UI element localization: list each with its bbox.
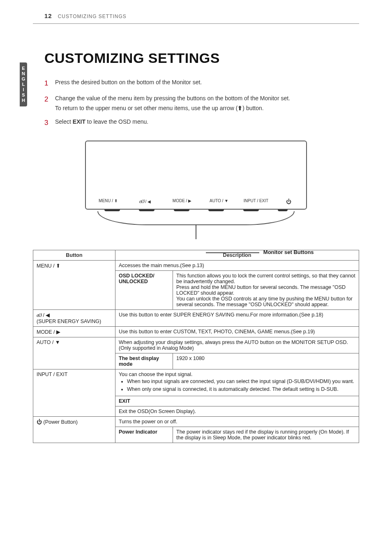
cell-desc: Turns the power on or off. (115, 417, 359, 427)
callout-label: Monitor set Buttons (263, 249, 314, 255)
cell-desc: The power indicator stays red if the dis… (173, 427, 359, 443)
up-arrow-icon: ⬆ (56, 263, 60, 269)
cell-button: eØ / ◀ (SUPER ENERGY SAVING) (33, 310, 115, 327)
step-2: 2 Change the value of the menu item by p… (44, 94, 359, 113)
cell-desc: When adjusting your display settings, al… (115, 337, 359, 353)
th-button: Button (33, 250, 115, 261)
eco-icon: eØ (139, 199, 144, 204)
cell-subhead: OSD LOCKED/ UNLOCKED (115, 271, 173, 310)
page-title: CUSTOMIZING SETTINGS (44, 50, 359, 66)
eco-button-label: eØ / ◀ (130, 199, 160, 205)
input-button-label: INPUT / EXIT (241, 199, 271, 205)
eco-icon: eØ (37, 312, 42, 318)
mode-button-label: MODE / ▶ (167, 199, 197, 205)
step-text: Select EXIT to leave the OSD menu. (55, 117, 359, 129)
cell-button: MENU / ⬆ (33, 261, 115, 310)
callout-line-h (206, 252, 259, 253)
language-tab: ENGLISH (20, 62, 27, 106)
cell-button: MODE / ▶ (33, 327, 115, 337)
cell-button: AUTO / ▼ (33, 337, 115, 369)
cell-value: 1920 x 1080 (173, 353, 359, 369)
menu-button-label: MENU / ⬆ (93, 199, 123, 205)
cell-desc: Use this button to enter CUSTOM, TEXT, P… (115, 327, 359, 337)
button-label-row: MENU / ⬆ eØ / ◀ MODE / ▶ AUTO / ▼ INPUT … (86, 199, 306, 205)
step-3: 3 Select EXIT to leave the OSD menu. (44, 117, 359, 129)
steps-list: 1 Press the desired button on the bottom… (44, 78, 359, 129)
monitor-stand: Monitor set Buttons (97, 211, 295, 225)
page-header: 12 CUSTOMIZING SETTINGS (33, 12, 359, 19)
cell-desc: You can choose the input signal. When tw… (115, 369, 359, 396)
cell-desc: Use this button to enter SUPER ENERGY SA… (115, 310, 359, 327)
cell-subhead: EXIT (115, 396, 359, 406)
cell-desc: This function allows you to lock the cur… (173, 271, 359, 310)
cell-desc: Exit the OSD(On Screen Display). (115, 406, 359, 417)
step-number: 2 (44, 94, 50, 113)
cell-button: INPUT / EXIT (33, 369, 115, 417)
step-number: 1 (44, 78, 50, 90)
cell-subhead: The best display mode (115, 353, 173, 369)
power-button-label: ⏻ (278, 199, 299, 205)
step-1: 1 Press the desired button on the bottom… (44, 78, 359, 90)
cell-subhead: Power Indicator (115, 427, 173, 443)
monitor-bezel: MENU / ⬆ eØ / ◀ MODE / ▶ AUTO / ▼ INPUT … (85, 141, 307, 210)
button-description-table: Button Description MENU / ⬆ Accesses the… (33, 250, 359, 443)
table-row: AUTO / ▼ When adjusting your display set… (33, 337, 359, 353)
section-label: CUSTOMIZING SETTINGS (58, 14, 127, 19)
table-row: ⏻ (Power Button) Turns the power on or o… (33, 417, 359, 427)
auto-button-label: AUTO / ▼ (204, 199, 234, 205)
table-row: MODE / ▶ Use this button to enter CUSTOM… (33, 327, 359, 337)
header-divider (33, 23, 359, 24)
page-number: 12 (44, 12, 52, 19)
th-description: Description (115, 250, 359, 261)
table-row: INPUT / EXIT You can choose the input si… (33, 369, 359, 396)
step-number: 3 (44, 117, 50, 129)
list-item: When only one signal is connected, it is… (127, 386, 355, 393)
cell-button: ⏻ (Power Button) (33, 417, 115, 443)
bullet-list: When two input signals are connected, yo… (119, 378, 355, 393)
cell-desc: Accesses the main menus.(See p.13) (115, 261, 359, 271)
step-text: Press the desired button on the bottom o… (55, 78, 359, 90)
monitor-diagram: MENU / ⬆ eØ / ◀ MODE / ▶ AUTO / ▼ INPUT … (33, 141, 359, 225)
table-row: eØ / ◀ (SUPER ENERGY SAVING) Use this bu… (33, 310, 359, 327)
power-icon: ⏻ (286, 199, 291, 205)
list-item: When two input signals are connected, yo… (127, 378, 355, 385)
up-arrow-icon: ⬆ (114, 199, 118, 203)
table-row: MENU / ⬆ Accesses the main menus.(See p.… (33, 261, 359, 271)
up-arrow-icon: ⬆ (238, 104, 242, 113)
power-icon: ⏻ (37, 419, 42, 425)
step-text: Change the value of the menu item by pre… (55, 94, 359, 113)
callout-line-v (196, 224, 196, 239)
